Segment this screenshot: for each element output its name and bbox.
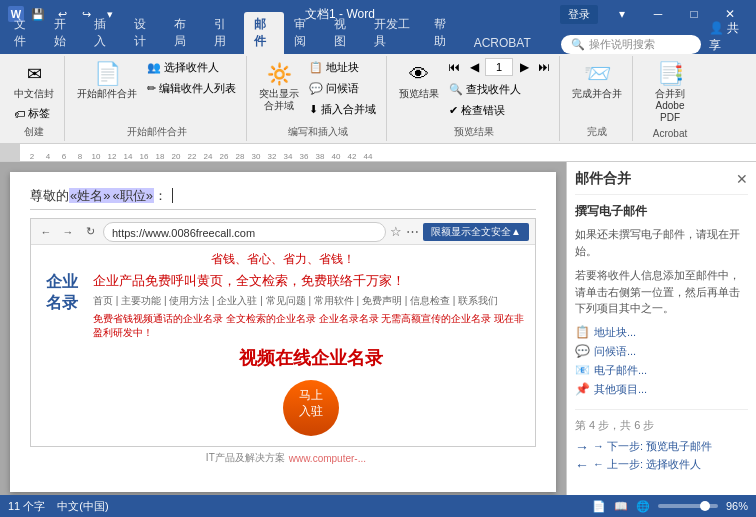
acrobat-label: 合并到Adobe PDF	[645, 88, 695, 124]
ruler-mark: 32	[264, 152, 280, 161]
register-button[interactable]: 马上 入驻	[283, 380, 339, 436]
chinese-envelope-label: 中文信封	[14, 88, 54, 100]
view-read-icon[interactable]: 📖	[614, 500, 628, 513]
mail-merge-panel: 邮件合并 ✕ 撰写电子邮件 如果还未撰写电子邮件，请现在开始。 若要将收件人信息…	[566, 162, 756, 495]
prev-link-label: ← 上一步: 选择收件人	[593, 457, 701, 472]
record-number-input[interactable]: 1	[485, 58, 513, 76]
panel-link-email[interactable]: 📧 电子邮件...	[575, 363, 748, 378]
start-merge-icon: 📄	[93, 60, 121, 88]
tab-acrobat[interactable]: ACROBAT	[464, 32, 541, 54]
panel-prev-link[interactable]: ← ← 上一步: 选择收件人	[575, 457, 748, 473]
browser-star-icon[interactable]: ☆	[390, 224, 402, 239]
tab-home[interactable]: 开始	[44, 12, 84, 54]
ribbon-tabs: 文件 开始 插入 设计 布局 引用 邮件 审阅 视图 开发工具 帮助 ACROB…	[0, 28, 756, 54]
word-count: 11 个字	[8, 499, 45, 514]
highlight-fields-button[interactable]: 🔆 突出显示合并域	[255, 58, 303, 114]
tab-layout[interactable]: 布局	[164, 12, 204, 54]
tab-references[interactable]: 引用	[204, 12, 244, 54]
last-record-button[interactable]: ⏭	[535, 58, 553, 76]
next-record-button[interactable]: ▶	[515, 58, 533, 76]
address-block-button[interactable]: 📋 地址块	[305, 58, 380, 77]
preview-group-label: 预览结果	[395, 125, 553, 139]
ribbon-group-create: ✉ 中文信封 🏷 标签 创建	[4, 56, 65, 141]
tab-insert[interactable]: 插入	[84, 12, 124, 54]
tab-developer[interactable]: 开发工具	[364, 12, 424, 54]
browser-menu-icon[interactable]: ⋯	[406, 224, 419, 239]
tab-design[interactable]: 设计	[124, 12, 164, 54]
ad-body: 企业产品免费呼叫黄页，全文检索，免费联络千万家！ 首页 | 主要功能 | 使用方…	[93, 272, 529, 440]
ruler-mark: 28	[232, 152, 248, 161]
view-web-icon[interactable]: 🌐	[636, 500, 650, 513]
zoom-slider[interactable]	[658, 504, 718, 508]
create-col: ✉ 中文信封 🏷 标签	[10, 58, 58, 123]
document-page: 尊敬的«姓名»«职位»： ← → ↻ https://www.0086freec…	[10, 172, 556, 492]
search-box[interactable]: 🔍 操作说明搜索	[561, 35, 701, 54]
check-errors-button[interactable]: ✔ 检查错误	[445, 101, 553, 120]
email-link-icon: 📧	[575, 363, 590, 377]
minimize-button[interactable]: ─	[640, 0, 676, 28]
ruler-mark: 20	[168, 152, 184, 161]
tab-mailings[interactable]: 邮件	[244, 12, 284, 54]
select-recipients-button[interactable]: 👥 选择收件人	[143, 58, 240, 77]
panel-close-button[interactable]: ✕	[736, 171, 748, 187]
browser-back-button[interactable]: ←	[37, 223, 55, 241]
acrobat-button[interactable]: 📑 合并到Adobe PDF	[641, 58, 699, 126]
ruler-mark: 40	[328, 152, 344, 161]
tab-help[interactable]: 帮助	[424, 12, 464, 54]
panel-link-greeting[interactable]: 💬 问候语...	[575, 344, 748, 359]
ribbon-collapse-button[interactable]: ▾	[604, 0, 640, 28]
search-placeholder: 操作说明搜索	[589, 37, 655, 52]
check-icon: ✔	[449, 104, 458, 117]
watermark-text: IT产品及解决方案	[206, 451, 285, 465]
ribbon: ✉ 中文信封 🏷 标签 创建 📄 开始邮件合并 👥 选择收件人	[0, 54, 756, 144]
select-recipients-icon: 👥	[147, 61, 161, 74]
finish-icon: 📨	[583, 60, 611, 88]
ruler-left-margin	[0, 144, 20, 161]
chinese-envelope-button[interactable]: ✉ 中文信封	[10, 58, 58, 102]
promotion-button[interactable]: 限额显示全文安全▲	[423, 223, 529, 241]
check-label: 检查错误	[461, 103, 505, 118]
watermark: IT产品及解决方案 www.computer-...	[206, 451, 366, 465]
start-merge-button[interactable]: 📄 开始邮件合并	[73, 58, 141, 102]
view-normal-icon[interactable]: 📄	[592, 500, 606, 513]
browser-refresh-button[interactable]: ↻	[81, 223, 99, 241]
panel-link-other[interactable]: 📌 其他项目...	[575, 382, 748, 397]
tab-view[interactable]: 视图	[324, 12, 364, 54]
create-group-label: 创建	[10, 125, 58, 139]
edit-recipients-button[interactable]: ✏ 编辑收件人列表	[143, 79, 240, 98]
colon-text: ：	[154, 188, 167, 203]
edit-recipients-icon: ✏	[147, 82, 156, 95]
insert-merge-field-button[interactable]: ⬇ 插入合并域	[305, 100, 380, 119]
status-right: 📄 📖 🌐 96%	[592, 500, 748, 513]
logo-line1: 企业	[37, 272, 87, 293]
browser-forward-button[interactable]: →	[59, 223, 77, 241]
finish-merge-button[interactable]: 📨 完成并合并	[568, 58, 626, 102]
first-record-button[interactable]: ⏮	[445, 58, 463, 76]
tab-file[interactable]: 文件	[4, 12, 44, 54]
login-button[interactable]: 登录	[560, 5, 598, 24]
panel-link-address[interactable]: 📋 地址块...	[575, 325, 748, 340]
panel-next-link[interactable]: → → 下一步: 预览电子邮件	[575, 439, 748, 455]
label-button[interactable]: 🏷 标签	[10, 104, 58, 123]
other-link-label: 其他项目...	[594, 382, 647, 397]
tab-review[interactable]: 审阅	[284, 12, 324, 54]
ruler-mark: 2	[24, 152, 40, 161]
finish-group-label: 完成	[568, 125, 626, 139]
browser-icons: ☆ ⋯	[390, 224, 419, 239]
text-cursor	[172, 188, 177, 203]
browser-url-bar[interactable]: https://www.0086freecall.com	[103, 222, 386, 242]
preview-results-button[interactable]: 👁 预览结果	[395, 58, 443, 102]
panel-header: 邮件合并 ✕	[575, 170, 748, 195]
ad-title: 企业产品免费呼叫黄页，全文检索，免费联络千万家！	[93, 272, 529, 290]
insert-field-label: 插入合并域	[321, 102, 376, 117]
ribbon-group-preview: 👁 预览结果 ⏮ ◀ 1 ▶ ⏭ 🔍 查找收件人 ✔ 检查错误	[389, 56, 560, 141]
find-recipient-button[interactable]: 🔍 查找收件人	[445, 80, 553, 99]
greeting-icon: 💬	[309, 82, 323, 95]
ruler-mark: 42	[344, 152, 360, 161]
share-button[interactable]: 👤 共享	[701, 20, 752, 54]
greeting-button[interactable]: 💬 问候语	[305, 79, 380, 98]
preview-icon: 👁	[405, 60, 433, 88]
status-left: 11 个字 中文(中国)	[8, 499, 109, 514]
prev-record-button[interactable]: ◀	[465, 58, 483, 76]
preview-nav-row: ⏮ ◀ 1 ▶ ⏭	[445, 58, 553, 76]
